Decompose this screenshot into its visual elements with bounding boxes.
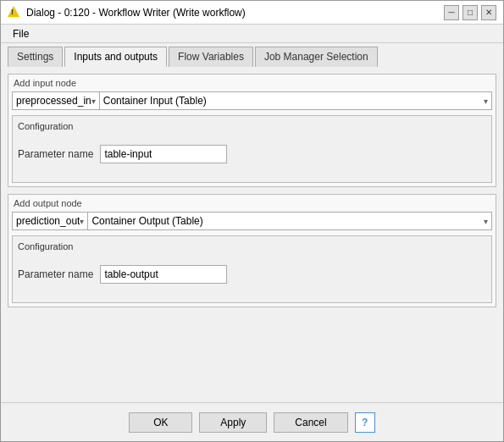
main-window: Dialog - 0:120 - Workflow Writer (Write … [0, 0, 504, 442]
menu-file[interactable]: File [8, 26, 34, 41]
output-config-label: Configuration [18, 241, 486, 251]
input-param-row: Parameter name [18, 145, 486, 163]
footer: OK Apply Cancel ? [1, 402, 503, 441]
tab-settings[interactable]: Settings [8, 47, 63, 67]
output-config-group: Configuration Parameter name [12, 235, 492, 303]
window-title: Dialog - 0:120 - Workflow Writer (Write … [26, 7, 444, 19]
input-type-dropdown[interactable]: Container Input (Table) ▾ [100, 91, 492, 110]
input-config-group: Configuration Parameter name [12, 115, 492, 183]
output-type-dropdown-arrow: ▾ [484, 217, 488, 226]
input-config-label: Configuration [18, 121, 486, 131]
maximize-button[interactable]: □ [462, 5, 478, 20]
output-param-label: Parameter name [18, 268, 93, 280]
input-select-row: preprocessed_in ▾ Container Input (Table… [12, 91, 492, 110]
output-node-dropdown-arrow: ▾ [80, 217, 84, 226]
input-node-dropdown[interactable]: preprocessed_in ▾ [12, 91, 100, 110]
main-content: Add input node preprocessed_in ▾ Contain… [1, 67, 503, 402]
output-param-input[interactable] [100, 265, 227, 284]
output-type-dropdown[interactable]: Container Output (Table) ▾ [88, 212, 492, 230]
cancel-button[interactable]: Cancel [274, 412, 347, 433]
output-param-row: Parameter name [18, 265, 486, 284]
help-button[interactable]: ? [355, 412, 375, 433]
tab-inputs-outputs[interactable]: Inputs and outputs [64, 47, 167, 67]
tab-flow-variables[interactable]: Flow Variables [169, 47, 253, 67]
menu-bar: File [1, 25, 503, 43]
input-node-dropdown-arrow: ▾ [91, 97, 96, 106]
input-section-title: Add input node [12, 78, 492, 88]
output-node-dropdown[interactable]: prediction_out ▾ [12, 212, 88, 230]
close-button[interactable]: ✕ [481, 5, 496, 20]
output-section-title: Add output node [12, 198, 492, 208]
ok-button[interactable]: OK [129, 412, 192, 433]
tabs-bar: Settings Inputs and outputs Flow Variabl… [1, 43, 503, 67]
minimize-button[interactable]: ─ [444, 5, 459, 20]
output-section: Add output node prediction_out ▾ Contain… [8, 194, 496, 307]
input-type-dropdown-arrow: ▾ [484, 97, 488, 106]
title-bar: Dialog - 0:120 - Workflow Writer (Write … [1, 1, 503, 25]
apply-button[interactable]: Apply [199, 412, 267, 433]
output-select-row: prediction_out ▾ Container Output (Table… [12, 212, 492, 230]
input-section: Add input node preprocessed_in ▾ Contain… [8, 74, 496, 187]
tab-job-manager[interactable]: Job Manager Selection [255, 47, 378, 67]
input-param-label: Parameter name [18, 148, 93, 160]
input-param-input[interactable] [100, 145, 227, 163]
warning-icon [8, 6, 21, 19]
window-controls: ─ □ ✕ [444, 5, 496, 20]
